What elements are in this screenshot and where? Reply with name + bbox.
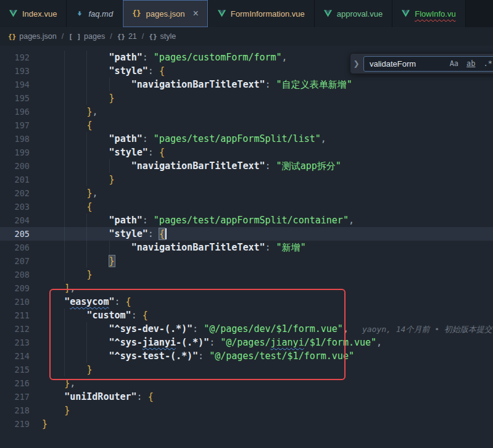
code-line-206[interactable]: 206"navigationBarTitleText": "新增" — [0, 241, 493, 254]
code-token: : — [131, 310, 143, 321]
code-token: , — [282, 52, 288, 63]
code-line-219[interactable]: 219} — [0, 417, 493, 431]
code-line-216[interactable]: 216}, — [0, 376, 493, 390]
code-line-195[interactable]: 195} — [0, 91, 493, 105]
code-token: "@/pages/dev/$1/form.vue" — [204, 323, 343, 334]
code-token: : — [265, 160, 276, 172]
code-token: "navigationBarTitleText" — [131, 160, 265, 172]
code-text: "style": { — [30, 146, 493, 159]
line-number: 199 — [0, 146, 30, 159]
whole-word-icon[interactable]: ab — [465, 59, 477, 68]
code-token: , — [376, 337, 382, 348]
breadcrumb-item-21[interactable]: {}21 — [117, 32, 137, 41]
code-line-212[interactable]: 212"^sys-dev-(.*)": "@/pages/dev/$1/form… — [0, 322, 493, 336]
code-text: "custom": { — [30, 309, 493, 322]
line-number: 212 — [0, 322, 30, 336]
code-line-207[interactable]: 207} — [0, 254, 493, 268]
code-token: "navigationBarTitleText" — [131, 79, 265, 90]
line-number: 193 — [0, 64, 30, 78]
code-text: } — [30, 173, 493, 186]
code-line-204[interactable]: 204"path": "pages/test/appFormSplit/cont… — [0, 214, 493, 227]
code-line-213[interactable]: 213"^sys-jianyi-(.*)": "@/pages/jianyi/$… — [0, 336, 493, 349]
code-line-199[interactable]: 199"style": { — [0, 146, 493, 159]
code-text: ], — [30, 281, 493, 295]
code-token: jianyi — [271, 337, 304, 348]
code-token: -(.*)" — [176, 337, 209, 348]
breadcrumb-item-style[interactable]: {}style — [149, 32, 176, 41]
code-line-203[interactable]: 203{ — [0, 200, 493, 214]
code-token: easycom — [70, 296, 109, 307]
vue-icon — [9, 10, 17, 17]
code-token: "pages/test/appFormSplit/container" — [154, 215, 349, 226]
find-input[interactable]: validateForm Aa ab .* — [363, 56, 493, 72]
code-line-217[interactable]: 217"uniIdRouter": { — [0, 390, 493, 404]
code-line-209[interactable]: 209], — [0, 281, 493, 295]
regex-icon[interactable]: .* — [482, 59, 493, 68]
code-line-198[interactable]: 198"path": "pages/test/appFormSplit/list… — [0, 132, 493, 146]
tab-index-vue[interactable]: Index.vue — [0, 0, 67, 27]
tab-approval-vue[interactable]: approval.vue — [315, 0, 392, 27]
code-token: "path" — [109, 133, 143, 144]
tab-forminformation-vue[interactable]: FormInformation.vue — [209, 0, 315, 27]
vue-icon — [218, 10, 226, 17]
code-token: : — [265, 242, 276, 253]
toggle-replace-chevron-icon[interactable]: ❯ — [352, 59, 360, 68]
code-line-215[interactable]: 215} — [0, 363, 493, 376]
code-token: : — [143, 133, 154, 144]
line-number: 198 — [0, 132, 30, 146]
match-case-icon[interactable]: Aa — [448, 59, 460, 68]
code-token: /$1/form.vue" — [304, 337, 376, 348]
code-line-210[interactable]: 210"easycom": { — [0, 295, 493, 309]
code-token: : — [148, 65, 159, 77]
close-tab-icon[interactable]: × — [193, 9, 198, 19]
breadcrumb-label: pages.json — [19, 32, 56, 41]
tab-label: approval.vue — [337, 9, 383, 19]
code-token: : — [198, 351, 209, 362]
code-token: "@/pages/test/$1/form.vue" — [209, 351, 354, 362]
line-number: 204 — [0, 214, 30, 227]
breadcrumb-label: 21 — [128, 32, 137, 41]
tab-faq-md[interactable]: faq.md — [67, 0, 123, 27]
tab-bar: Index.vuefaq.md{}pages.json×FormInformat… — [0, 0, 493, 27]
code-token: , — [343, 323, 349, 334]
code-token: "path" — [109, 215, 143, 226]
code-text: "uniIdRouter": { — [30, 390, 493, 404]
code-token: { — [159, 147, 165, 158]
tab-flowinfo-vu[interactable]: FlowInfo.vu — [392, 0, 465, 27]
code-line-205[interactable]: 205"style": { — [0, 227, 493, 241]
code-line-196[interactable]: 196}, — [0, 105, 493, 118]
breadcrumb-item-pages.json[interactable]: {}pages.json — [8, 32, 57, 41]
code-line-208[interactable]: 208} — [0, 268, 493, 281]
code-line-202[interactable]: 202}, — [0, 186, 493, 200]
code-token: : — [143, 215, 154, 226]
line-number: 195 — [0, 91, 30, 105]
code-token: , — [70, 283, 75, 294]
code-text: "navigationBarTitleText": "新增" — [30, 241, 493, 254]
code-line-214[interactable]: 214"^sys-test-(.*)": "@/pages/test/$1/fo… — [0, 349, 493, 363]
code-token: , — [70, 378, 75, 389]
line-number: 197 — [0, 118, 30, 132]
tab-pages-json[interactable]: {}pages.json× — [123, 0, 209, 27]
code-token: { — [159, 65, 165, 77]
code-token: "^sys-dev-(.*)" — [109, 323, 193, 334]
code-line-201[interactable]: 201} — [0, 173, 493, 186]
code-token: : — [148, 228, 159, 239]
code-token: } — [64, 378, 70, 389]
line-number: 209 — [0, 281, 30, 295]
code-text: "^sys-test-(.*)": "@/pages/test/$1/form.… — [30, 349, 493, 363]
code-line-200[interactable]: 200"navigationBarTitleText": "测试app拆分" — [0, 159, 493, 173]
code-token: : — [193, 323, 204, 334]
code-token: { — [86, 120, 92, 131]
code-line-194[interactable]: 194"navigationBarTitleText": "自定义表单新增" — [0, 78, 493, 91]
code-line-197[interactable]: 197{ — [0, 118, 493, 132]
code-editor[interactable]: 192"path": "pages/customForm/form",193"s… — [0, 46, 493, 448]
vue-icon — [402, 10, 410, 17]
line-number: 200 — [0, 159, 30, 173]
vue-icon — [324, 10, 332, 17]
breadcrumb-label: pages — [84, 32, 105, 41]
breadcrumb-item-pages[interactable]: [ ]pages — [68, 32, 105, 41]
vscode-window: Index.vuefaq.md{}pages.json×FormInformat… — [0, 0, 493, 448]
code-line-218[interactable]: 218} — [0, 404, 493, 417]
code-line-211[interactable]: 211"custom": { — [0, 309, 493, 322]
code-token: , — [92, 106, 97, 117]
